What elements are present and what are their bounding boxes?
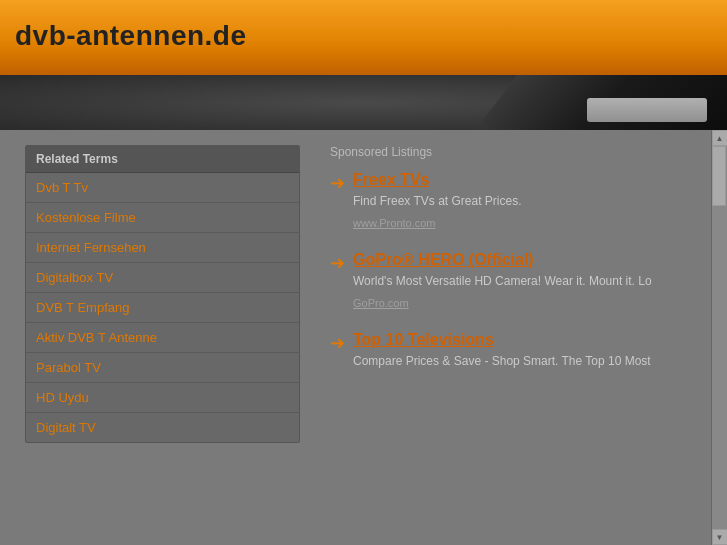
listing-arrow-2: ➔ bbox=[330, 252, 345, 274]
sidebar-item-aktiv[interactable]: Aktiv DVB T Antenne bbox=[26, 323, 299, 353]
listing-title-1[interactable]: Freex TVs bbox=[353, 171, 522, 189]
listing-3: ➔ Top 10 Televisions Compare Prices & Sa… bbox=[330, 331, 707, 373]
listing-content-2: GoPro® HERO (Official) World's Most Vers… bbox=[353, 251, 652, 311]
listing-url-2[interactable]: GoPro.com bbox=[353, 297, 409, 309]
related-terms-box: Related Terms Dvb T Tv Kostenlose Filme … bbox=[25, 145, 300, 443]
header-input-area[interactable] bbox=[587, 98, 707, 122]
sidebar-item-dvb-t-tv[interactable]: Dvb T Tv bbox=[26, 173, 299, 203]
sidebar-item-digitalbox[interactable]: Digitalbox TV bbox=[26, 263, 299, 293]
sidebar-item-internet[interactable]: Internet Fernsehen bbox=[26, 233, 299, 263]
sidebar-item-digitalt[interactable]: Digitalt TV bbox=[26, 413, 299, 442]
sidebar-item-kostenlose[interactable]: Kostenlose Filme bbox=[26, 203, 299, 233]
listing-content-1: Freex TVs Find Freex TVs at Great Prices… bbox=[353, 171, 522, 231]
vertical-scrollbar[interactable]: ▲ ▼ bbox=[711, 130, 727, 545]
scroll-down-button[interactable]: ▼ bbox=[712, 529, 728, 545]
listing-title-3[interactable]: Top 10 Televisions bbox=[353, 331, 651, 349]
sidebar: Related Terms Dvb T Tv Kostenlose Filme … bbox=[0, 130, 310, 545]
site-title: dvb-antennen.de bbox=[15, 20, 247, 52]
listing-arrow-3: ➔ bbox=[330, 332, 345, 354]
listing-desc-1: Find Freex TVs at Great Prices. bbox=[353, 193, 522, 210]
listing-url-1[interactable]: www.Pronto.com bbox=[353, 217, 436, 229]
listing-arrow-1: ➔ bbox=[330, 172, 345, 194]
listing-content-3: Top 10 Televisions Compare Prices & Save… bbox=[353, 331, 651, 373]
listing-desc-2: World's Most Versatile HD Camera! Wear i… bbox=[353, 273, 652, 290]
listing-2: ➔ GoPro® HERO (Official) World's Most Ve… bbox=[330, 251, 707, 311]
sponsored-area: Sponsored Listings ➔ Freex TVs Find Free… bbox=[310, 130, 727, 545]
listing-title-2[interactable]: GoPro® HERO (Official) bbox=[353, 251, 652, 269]
sidebar-item-hd-uydu[interactable]: HD Uydu bbox=[26, 383, 299, 413]
sidebar-item-dvbt-empfang[interactable]: DVB T Empfang bbox=[26, 293, 299, 323]
scrollbar-thumb[interactable] bbox=[712, 146, 726, 206]
header: dvb-antennen.de bbox=[0, 0, 727, 130]
main-content: Related Terms Dvb T Tv Kostenlose Filme … bbox=[0, 130, 727, 545]
listing-desc-3: Compare Prices & Save - Shop Smart. The … bbox=[353, 353, 651, 370]
scrollbar-track[interactable] bbox=[712, 146, 728, 529]
related-terms-header: Related Terms bbox=[26, 146, 299, 173]
sidebar-item-parabol[interactable]: Parabol TV bbox=[26, 353, 299, 383]
listing-1: ➔ Freex TVs Find Freex TVs at Great Pric… bbox=[330, 171, 707, 231]
scroll-up-button[interactable]: ▲ bbox=[712, 130, 728, 146]
sponsored-label: Sponsored Listings bbox=[330, 145, 707, 159]
